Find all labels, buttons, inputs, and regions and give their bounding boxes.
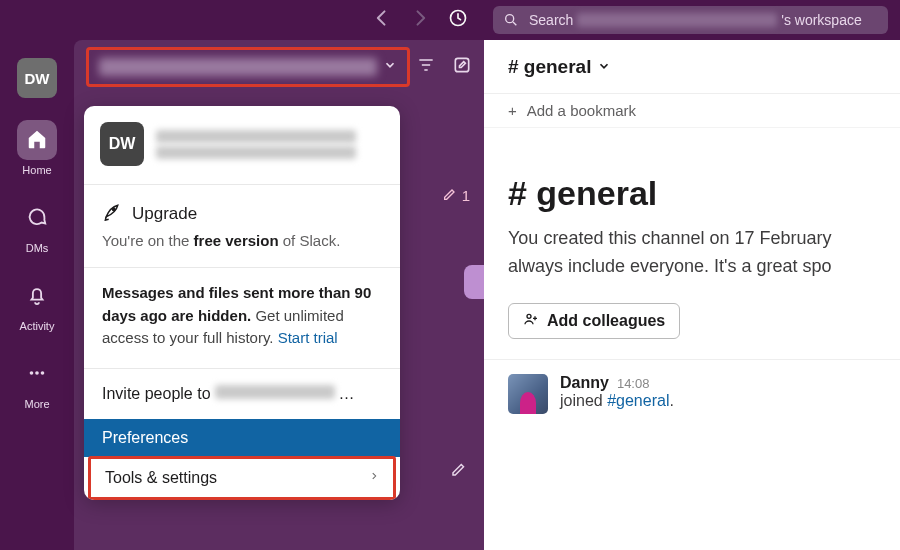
rail-item-dms[interactable]: DMs — [17, 198, 57, 254]
channel-title-button[interactable]: # general — [508, 56, 611, 78]
svg-point-2 — [30, 371, 34, 375]
workspace-menu-title-blurred — [156, 127, 356, 162]
chevron-down-icon — [377, 58, 397, 76]
person-add-icon — [523, 311, 539, 331]
menu-preferences[interactable]: Preferences — [84, 419, 400, 457]
menu-tools-settings[interactable]: Tools & settings — [88, 456, 396, 500]
edit-icon[interactable] — [450, 460, 468, 482]
rail-item-more[interactable]: More — [17, 354, 57, 410]
history-icon[interactable] — [448, 8, 468, 32]
svg-point-6 — [527, 314, 531, 318]
rail-label: DMs — [26, 242, 49, 254]
invite-label: Invite people to — [102, 385, 211, 403]
svg-point-4 — [41, 371, 45, 375]
invite-blurred-text — [215, 385, 335, 399]
svg-point-1 — [506, 15, 514, 23]
rocket-icon — [102, 201, 122, 226]
add-bookmark-label: Add a bookmark — [527, 102, 636, 119]
top-bar: Search 's workspace — [0, 0, 900, 40]
bell-icon — [26, 284, 48, 308]
message-time: 14:08 — [617, 376, 650, 391]
upgrade-subtext: You're on the free version of Slack. — [102, 232, 382, 249]
preferences-label: Preferences — [102, 429, 188, 446]
channel-intro-heading: # general — [508, 174, 876, 213]
search-label-suffix: 's workspace — [781, 12, 861, 28]
rail-label: More — [24, 398, 49, 410]
main-pane: # general + Add a bookmark # general You… — [484, 40, 900, 550]
filter-icon[interactable] — [416, 55, 436, 79]
tools-label: Tools & settings — [105, 469, 217, 487]
menu-upgrade[interactable]: Upgrade You're on the free version of Sl… — [84, 185, 400, 267]
channel-title: # general — [508, 56, 591, 78]
add-bookmark-button[interactable]: + Add a bookmark — [484, 94, 900, 128]
workspace-badge[interactable]: DW — [17, 58, 57, 98]
upgrade-label: Upgrade — [132, 204, 197, 224]
drafts-indicator[interactable]: 1 — [442, 186, 470, 205]
channel-intro-text: You created this channel on 17 February … — [508, 225, 876, 281]
workspace-badge: DW — [100, 122, 144, 166]
message-body: joined #general. — [560, 392, 674, 410]
chevron-right-icon — [369, 469, 379, 487]
compose-icon[interactable] — [452, 55, 472, 79]
message-author[interactable]: Danny — [560, 374, 609, 392]
svg-point-7 — [112, 208, 115, 211]
add-colleagues-button[interactable]: Add colleagues — [508, 303, 680, 339]
rail-label: Home — [22, 164, 51, 176]
search-input[interactable]: Search 's workspace — [493, 6, 888, 34]
menu-history-info: Messages and files sent more than 90 day… — [84, 268, 400, 368]
search-label-prefix: Search — [529, 12, 573, 28]
forward-icon[interactable] — [410, 8, 430, 32]
workspace-switcher[interactable] — [86, 47, 410, 87]
workspace-menu: DW Upgrade You're on the free version of… — [84, 106, 400, 500]
more-icon — [26, 362, 48, 386]
rail-item-activity[interactable]: Activity — [17, 276, 57, 332]
pencil-icon — [442, 186, 458, 205]
channel-link[interactable]: #general — [607, 392, 669, 409]
nav-rail: DW Home DMs Activity More — [0, 40, 74, 550]
draft-count: 1 — [462, 187, 470, 204]
avatar[interactable] — [508, 374, 548, 414]
back-icon[interactable] — [372, 8, 392, 32]
add-colleagues-label: Add colleagues — [547, 312, 665, 330]
search-blurred-text — [577, 13, 777, 27]
start-trial-link[interactable]: Start trial — [278, 329, 338, 346]
svg-point-3 — [35, 371, 39, 375]
rail-item-home[interactable]: Home — [17, 120, 57, 176]
svg-rect-5 — [455, 58, 468, 71]
plus-icon: + — [508, 102, 517, 119]
workspace-name-blurred — [99, 58, 377, 76]
chevron-down-icon — [597, 56, 611, 78]
rail-label: Activity — [20, 320, 55, 332]
home-icon — [26, 128, 48, 152]
message-row[interactable]: Danny 14:08 joined #general. — [484, 359, 900, 428]
menu-invite[interactable]: Invite people to … — [84, 369, 400, 419]
dms-icon — [26, 206, 48, 230]
selected-channel-highlight — [464, 265, 484, 299]
